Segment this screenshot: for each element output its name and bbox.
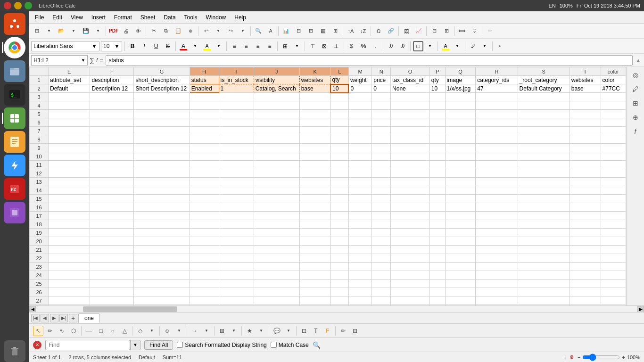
- cell-empty[interactable]: [330, 169, 348, 178]
- edit-points-btn[interactable]: ✏: [338, 326, 348, 336]
- smiley-btn[interactable]: ☺: [162, 326, 173, 336]
- cell-empty[interactable]: [348, 271, 372, 280]
- cell-empty[interactable]: [391, 254, 430, 263]
- cell-empty[interactable]: [601, 195, 626, 203]
- cell-empty[interactable]: [330, 195, 348, 203]
- cell-empty[interactable]: [254, 152, 299, 161]
- col-width-btn[interactable]: ⟺: [456, 25, 468, 37]
- cell-empty[interactable]: [429, 127, 445, 135]
- cell-empty[interactable]: [348, 127, 372, 135]
- cell-empty[interactable]: [372, 93, 391, 101]
- cell-empty[interactable]: [429, 195, 445, 203]
- curve-btn[interactable]: ∿: [57, 326, 67, 336]
- thousands-btn[interactable]: ,: [370, 41, 380, 51]
- cell-empty[interactable]: [445, 127, 476, 135]
- cell-empty[interactable]: [601, 118, 626, 127]
- bold-btn[interactable]: B: [127, 41, 138, 51]
- cell-empty[interactable]: [330, 271, 348, 280]
- cell-empty[interactable]: [330, 229, 348, 237]
- cell-empty[interactable]: [445, 186, 476, 195]
- cell-empty[interactable]: [372, 110, 391, 118]
- row-num-12[interactable]: 12: [30, 169, 49, 178]
- cell-empty[interactable]: [570, 169, 601, 178]
- cell-empty[interactable]: [429, 161, 445, 169]
- col-header-P[interactable]: P: [429, 67, 445, 76]
- cell-empty[interactable]: [476, 203, 518, 212]
- cell-empty[interactable]: [299, 152, 330, 161]
- search-formatted-checkbox[interactable]: [177, 342, 183, 348]
- font-color-btn[interactable]: A: [178, 41, 189, 51]
- cell-empty[interactable]: [219, 127, 254, 135]
- cell-F1[interactable]: description: [90, 76, 134, 84]
- scroll-left-btn[interactable]: ◀: [29, 306, 36, 313]
- cell-empty[interactable]: [372, 220, 391, 229]
- row-num-3[interactable]: 3: [30, 93, 49, 101]
- cell-empty[interactable]: [348, 280, 372, 288]
- cell-empty[interactable]: [601, 220, 626, 229]
- scroll-right-btn[interactable]: ▶: [637, 306, 644, 313]
- cell-empty[interactable]: [190, 220, 219, 229]
- cell-empty[interactable]: [134, 186, 190, 195]
- percent-btn[interactable]: %: [358, 41, 369, 51]
- cell-empty[interactable]: [570, 237, 601, 246]
- row-num-8[interactable]: 8: [30, 135, 49, 144]
- cell-empty[interactable]: [429, 212, 445, 220]
- cell-empty[interactable]: [190, 246, 219, 254]
- font-name-selector[interactable]: Liberation Sans ▼: [31, 41, 99, 51]
- undo-dropdown[interactable]: ▼: [213, 25, 224, 37]
- functions-btn[interactable]: f: [629, 125, 642, 138]
- cell-empty[interactable]: [134, 220, 190, 229]
- cell-empty[interactable]: [445, 169, 476, 178]
- cell-empty[interactable]: [190, 127, 219, 135]
- zoom-slider[interactable]: [582, 354, 620, 361]
- cell-empty[interactable]: [601, 178, 626, 186]
- cell-empty[interactable]: [90, 161, 134, 169]
- cell-empty[interactable]: [429, 237, 445, 246]
- cell-empty[interactable]: [330, 296, 348, 305]
- select-tool[interactable]: ↖: [33, 326, 43, 336]
- cell-R2[interactable]: 47: [476, 84, 518, 93]
- cell-empty[interactable]: [429, 135, 445, 144]
- cell-empty[interactable]: [90, 144, 134, 152]
- merge-cells-btn[interactable]: ⊞: [280, 41, 290, 51]
- cell-empty[interactable]: [372, 144, 391, 152]
- menu-help[interactable]: Help: [231, 13, 250, 22]
- cell-empty[interactable]: [49, 229, 90, 237]
- cell-empty[interactable]: [570, 203, 601, 212]
- cell-empty[interactable]: [219, 254, 254, 263]
- cell-empty[interactable]: [254, 93, 299, 101]
- cell-empty[interactable]: [254, 212, 299, 220]
- cell-empty[interactable]: [49, 254, 90, 263]
- cell-empty[interactable]: [570, 254, 601, 263]
- cell-M2[interactable]: 0: [348, 84, 372, 93]
- cell-empty[interactable]: [391, 161, 430, 169]
- cell-empty[interactable]: [219, 271, 254, 280]
- cell-empty[interactable]: [190, 101, 219, 110]
- function-wizard-icon[interactable]: ∑: [90, 57, 94, 64]
- cell-empty[interactable]: [476, 178, 518, 186]
- cell-empty[interactable]: [429, 169, 445, 178]
- window-min-btn[interactable]: [14, 2, 22, 9]
- cell-empty[interactable]: [348, 237, 372, 246]
- cell-empty[interactable]: [601, 135, 626, 144]
- cell-empty[interactable]: [518, 203, 570, 212]
- cell-empty[interactable]: [429, 271, 445, 280]
- cell-empty[interactable]: [49, 152, 90, 161]
- cell-empty[interactable]: [134, 178, 190, 186]
- cell-G1[interactable]: short_description: [134, 76, 190, 84]
- cell-empty[interactable]: [570, 186, 601, 195]
- cell-empty[interactable]: [372, 254, 391, 263]
- cell-empty[interactable]: [476, 195, 518, 203]
- star-btn[interactable]: ★: [244, 326, 255, 336]
- cell-empty[interactable]: [445, 178, 476, 186]
- cell-empty[interactable]: [90, 118, 134, 127]
- cell-empty[interactable]: [348, 263, 372, 271]
- cell-empty[interactable]: [254, 178, 299, 186]
- insert-function-icon[interactable]: f: [96, 57, 98, 64]
- cell-empty[interactable]: [348, 296, 372, 305]
- col-header-N[interactable]: N: [372, 67, 391, 76]
- cell-empty[interactable]: [391, 93, 430, 101]
- cell-empty[interactable]: [348, 152, 372, 161]
- cell-empty[interactable]: [90, 212, 134, 220]
- cell-empty[interactable]: [372, 101, 391, 110]
